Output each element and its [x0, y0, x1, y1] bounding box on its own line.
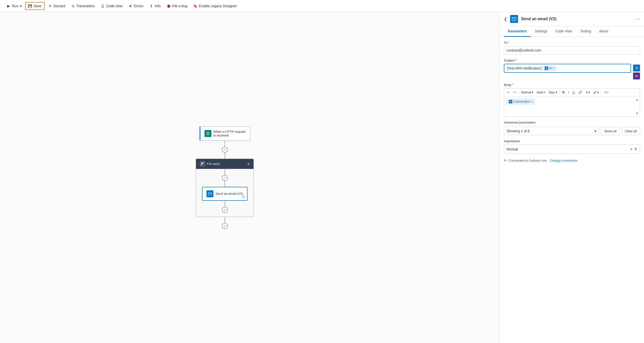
add-step-1[interactable]: + — [222, 147, 228, 153]
importance-section: Importance Normal ▾ ✕ — [504, 139, 640, 154]
body-toolbar: ↩ ↪ Normal ▾ Arial ▾ 15px — [504, 88, 640, 96]
to-field-group: To * — [504, 41, 640, 55]
connected-text: Connected to Outlook.com. — [508, 159, 548, 162]
showing-label: Showing 1 of 6 — [506, 129, 530, 133]
foreach-collapse-btn[interactable]: ∧ — [247, 162, 250, 166]
redo-button[interactable]: ↪ — [512, 90, 517, 95]
body-field-group: Body * ↩ ↪ Normal ▾ Arial ▾ — [504, 83, 640, 117]
tab-parameters[interactable]: Parameters — [504, 26, 531, 37]
subject-field-content: Subject * [Test ARN Notification] ⊞ id × — [504, 59, 631, 73]
errors-button[interactable]: ⊗ Errors — [126, 3, 146, 10]
body-content[interactable]: ⊞ Current item × ▲ ▼ — [504, 96, 640, 116]
add-step-final[interactable]: + — [222, 223, 228, 229]
canvas: When a HTTP request is received + — [0, 12, 500, 343]
email-node-label: Send an email (V2) — [216, 192, 243, 196]
italic-button[interactable]: I — [567, 90, 570, 95]
tab-code-view[interactable]: Code View — [552, 26, 576, 37]
foreach-bottom-connector: + — [222, 201, 228, 213]
code-icon: {} — [100, 4, 104, 8]
connector-line — [224, 141, 225, 147]
format-dropdown[interactable]: Normal ▾ — [520, 90, 534, 95]
foreach-header[interactable]: For each ∧ — [196, 159, 254, 169]
canvas-content: When a HTTP request is received + — [196, 126, 254, 229]
connected-section: ⟳ Connected to Outlook.com. Change conne… — [504, 159, 640, 162]
format-chevron: ▾ — [532, 91, 533, 94]
body-chip-close[interactable]: × — [531, 100, 532, 103]
fx-button[interactable]: fx — [633, 73, 640, 80]
font-label: Arial — [537, 91, 543, 94]
lightning-button[interactable]: ⚡ — [633, 65, 640, 72]
change-connection-link[interactable]: Change connection — [550, 159, 578, 162]
errors-icon: ⊗ — [128, 4, 132, 8]
code-button[interactable]: </> — [603, 90, 610, 95]
email-node[interactable]: Send an email (V2) ⛓ — [202, 187, 248, 201]
right-panel: ❮ Send an email (V2) ⋯ Parameters Settin… — [500, 12, 644, 343]
panel-tabs: Parameters Settings Code View Testing Ab… — [500, 26, 644, 37]
save-button[interactable]: 💾 Save — [25, 2, 44, 10]
panel-title: Send an email (V2) — [521, 17, 632, 21]
email-node-icon — [206, 190, 214, 197]
add-step-inner[interactable]: + — [222, 175, 228, 181]
highlight-dropdown[interactable]: 🖌 ▾ — [592, 90, 600, 95]
importance-clear-button[interactable]: ✕ — [634, 147, 637, 151]
info-icon: ℹ — [149, 4, 153, 8]
font-dropdown[interactable]: Arial ▾ — [536, 90, 546, 95]
parameters-button[interactable]: ⊙ Parameters — [69, 3, 97, 10]
advanced-params-row: Showing 1 of 6 ▾ Show all Clear all — [504, 127, 640, 135]
panel-collapse-button[interactable]: ❮ — [504, 17, 507, 22]
importance-value: Normal — [506, 147, 630, 151]
link-button[interactable]: 🔗 — [577, 90, 583, 95]
show-all-button[interactable]: Show all — [601, 127, 620, 135]
body-chip: ⊞ Current item × — [506, 99, 535, 104]
add-step-bottom[interactable]: + — [222, 207, 228, 213]
body-label: Body * — [504, 83, 640, 87]
info-button[interactable]: ℹ Info — [147, 3, 163, 10]
connection-icon: ⟳ — [504, 159, 506, 162]
main-layout: When a HTTP request is received + — [0, 12, 644, 343]
tab-about[interactable]: About — [595, 26, 612, 37]
undo-button[interactable]: ↩ — [506, 90, 511, 95]
chip-close[interactable]: × — [553, 67, 554, 70]
discard-button[interactable]: ✕ Discard — [46, 3, 68, 10]
format-label: Normal — [521, 91, 531, 94]
highlight-icon: 🖌 — [594, 91, 596, 94]
side-actions: ⚡ fx — [633, 59, 640, 80]
toolbar-sep-1 — [518, 90, 519, 94]
scrollbar-up[interactable]: ▲ — [635, 97, 639, 101]
svg-rect-3 — [208, 193, 212, 195]
bold-button[interactable]: B — [561, 90, 566, 95]
run-button[interactable]: ▶ Run ▾ — [4, 3, 24, 10]
file-bug-button[interactable]: 🐞 File a bug — [164, 3, 190, 10]
code-view-button[interactable]: {} Code view — [98, 3, 125, 10]
subject-field[interactable]: [Test ARN Notification] ⊞ id × — [504, 64, 631, 73]
importance-chevron[interactable]: ▾ — [630, 147, 632, 151]
scrollbar-down[interactable]: ▼ — [635, 111, 639, 115]
underline-button[interactable]: U — [572, 90, 576, 95]
importance-field: Normal ▾ ✕ — [504, 144, 640, 154]
showing-dropdown[interactable]: Showing 1 of 6 ▾ — [504, 127, 599, 135]
clear-all-button[interactable]: Clear all — [622, 127, 640, 135]
to-input[interactable] — [504, 46, 640, 55]
svg-rect-1 — [203, 163, 204, 164]
foreach-icon — [200, 161, 205, 166]
svg-rect-2 — [202, 164, 202, 165]
font-color-dropdown[interactable]: A ▾ — [585, 90, 591, 95]
tab-testing[interactable]: Testing — [576, 26, 595, 37]
connector-final: + — [222, 217, 228, 229]
font-color-label: A — [586, 91, 588, 94]
bottom-connector-line — [224, 201, 225, 207]
http-trigger-icon — [204, 130, 211, 137]
http-trigger-box[interactable]: When a HTTP request is received — [200, 126, 250, 141]
tab-settings[interactable]: Settings — [531, 26, 552, 37]
legacy-designer-button[interactable]: 🔖 Enable Legacy Designer — [191, 3, 240, 10]
connector-line-2 — [224, 153, 225, 159]
chip-icon: ⊞ — [545, 67, 548, 70]
importance-label: Importance — [504, 139, 640, 143]
bug-icon: 🐞 — [166, 4, 170, 8]
panel-content: To * Subject * [Test ARN Notification] ⊞… — [500, 37, 644, 343]
panel-more-button[interactable]: ⋯ — [636, 16, 640, 22]
size-label: 15px — [548, 91, 555, 94]
run-icon: ▶ — [6, 4, 10, 8]
parameters-icon: ⊙ — [71, 4, 75, 8]
size-dropdown[interactable]: 15px ▾ — [548, 90, 558, 95]
